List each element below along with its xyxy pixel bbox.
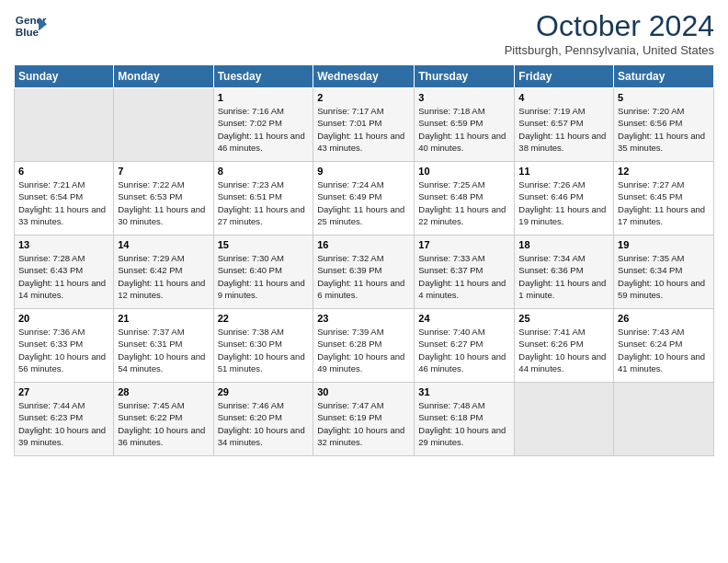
day-info: Daylight: 11 hours and 14 minutes. [18, 277, 109, 302]
calendar-cell: 8Sunrise: 7:23 AMSunset: 6:51 PMDaylight… [213, 162, 313, 236]
calendar-cell: 14Sunrise: 7:29 AMSunset: 6:42 PMDayligh… [114, 236, 213, 309]
day-number: 29 [218, 386, 310, 397]
day-info: Daylight: 11 hours and 30 minutes. [118, 203, 209, 228]
day-info: Daylight: 11 hours and 1 minute. [518, 277, 609, 302]
day-info: Sunrise: 7:22 AM [118, 178, 209, 190]
day-info: Daylight: 11 hours and 33 minutes. [18, 203, 109, 228]
day-info: Sunset: 6:51 PM [218, 190, 310, 202]
logo-icon: General Blue [14, 9, 47, 42]
day-info: Sunrise: 7:46 AM [218, 399, 310, 411]
day-info: Sunset: 6:27 PM [418, 338, 510, 350]
day-info: Sunset: 6:56 PM [618, 117, 710, 129]
calendar-cell: 16Sunrise: 7:32 AMSunset: 6:39 PMDayligh… [313, 236, 415, 309]
day-info: Daylight: 11 hours and 19 minutes. [518, 203, 609, 228]
day-info: Daylight: 10 hours and 29 minutes. [418, 424, 510, 449]
calendar-cell [515, 383, 614, 456]
calendar-week-4: 20Sunrise: 7:36 AMSunset: 6:33 PMDayligh… [15, 309, 714, 383]
day-info: Sunrise: 7:26 AM [518, 178, 609, 190]
title-area: October 2024 Pittsburgh, Pennsylvania, U… [505, 9, 714, 57]
day-number: 1 [218, 92, 310, 103]
day-info: Sunrise: 7:25 AM [418, 178, 510, 190]
calendar-cell: 7Sunrise: 7:22 AMSunset: 6:53 PMDaylight… [114, 162, 213, 236]
calendar-cell: 25Sunrise: 7:41 AMSunset: 6:26 PMDayligh… [515, 309, 614, 383]
day-info: Sunrise: 7:47 AM [317, 399, 410, 411]
day-number: 9 [317, 166, 410, 177]
day-info: Sunset: 6:37 PM [418, 264, 510, 276]
month-title: October 2024 [505, 9, 714, 43]
logo: General Blue [14, 9, 47, 42]
day-info: Sunrise: 7:33 AM [418, 252, 510, 264]
day-info: Daylight: 10 hours and 49 minutes. [317, 350, 410, 375]
day-info: Sunset: 6:57 PM [518, 117, 609, 129]
day-info: Sunset: 6:20 PM [218, 411, 310, 423]
day-info: Sunrise: 7:19 AM [518, 105, 609, 117]
calendar-cell: 30Sunrise: 7:47 AMSunset: 6:19 PMDayligh… [313, 383, 415, 456]
day-info: Daylight: 10 hours and 56 minutes. [18, 350, 109, 375]
day-info: Sunset: 6:19 PM [317, 411, 410, 423]
day-number: 14 [118, 239, 209, 250]
day-info: Sunset: 6:36 PM [518, 264, 609, 276]
day-info: Daylight: 10 hours and 51 minutes. [218, 350, 310, 375]
day-info: Sunset: 6:53 PM [118, 190, 209, 202]
day-info: Sunset: 6:49 PM [317, 190, 410, 202]
calendar-cell: 17Sunrise: 7:33 AMSunset: 6:37 PMDayligh… [415, 236, 515, 309]
day-number: 23 [317, 313, 410, 324]
day-info: Daylight: 10 hours and 44 minutes. [518, 350, 609, 375]
day-info: Daylight: 10 hours and 36 minutes. [118, 424, 209, 449]
day-info: Daylight: 11 hours and 22 minutes. [418, 203, 510, 228]
day-info: Daylight: 11 hours and 6 minutes. [317, 277, 410, 302]
weekday-header-friday: Friday [515, 65, 614, 88]
day-info: Sunset: 6:24 PM [618, 338, 710, 350]
calendar-cell: 23Sunrise: 7:39 AMSunset: 6:28 PMDayligh… [313, 309, 415, 383]
calendar-cell: 29Sunrise: 7:46 AMSunset: 6:20 PMDayligh… [213, 383, 313, 456]
header: General Blue October 2024 Pittsburgh, Pe… [14, 9, 714, 57]
calendar-week-3: 13Sunrise: 7:28 AMSunset: 6:43 PMDayligh… [15, 236, 714, 309]
day-info: Sunrise: 7:21 AM [18, 178, 109, 190]
day-number: 20 [18, 313, 109, 324]
day-number: 25 [518, 313, 609, 324]
weekday-header-thursday: Thursday [415, 65, 515, 88]
day-number: 12 [618, 166, 710, 177]
day-info: Sunset: 6:34 PM [618, 264, 710, 276]
day-number: 7 [118, 166, 209, 177]
day-number: 22 [218, 313, 310, 324]
day-info: Sunset: 6:48 PM [418, 190, 510, 202]
day-info: Sunrise: 7:43 AM [618, 326, 710, 338]
calendar-week-2: 6Sunrise: 7:21 AMSunset: 6:54 PMDaylight… [15, 162, 714, 236]
day-info: Sunset: 6:23 PM [18, 411, 109, 423]
day-info: Sunrise: 7:29 AM [118, 252, 209, 264]
day-number: 17 [418, 239, 510, 250]
calendar-cell [614, 383, 714, 456]
day-info: Sunset: 6:33 PM [18, 338, 109, 350]
day-number: 6 [18, 166, 109, 177]
day-number: 8 [218, 166, 310, 177]
day-info: Daylight: 11 hours and 38 minutes. [518, 130, 609, 155]
day-info: Sunrise: 7:40 AM [418, 326, 510, 338]
day-number: 28 [118, 386, 209, 397]
day-info: Sunrise: 7:35 AM [618, 252, 710, 264]
day-info: Sunrise: 7:34 AM [518, 252, 609, 264]
calendar-cell: 2Sunrise: 7:17 AMSunset: 7:01 PMDaylight… [313, 88, 415, 162]
day-info: Sunset: 6:45 PM [618, 190, 710, 202]
day-info: Sunrise: 7:36 AM [18, 326, 109, 338]
calendar-cell [15, 88, 114, 162]
day-info: Daylight: 11 hours and 46 minutes. [218, 130, 310, 155]
day-info: Daylight: 10 hours and 41 minutes. [618, 350, 710, 375]
location-subtitle: Pittsburgh, Pennsylvania, United States [505, 43, 714, 57]
day-info: Sunrise: 7:44 AM [18, 399, 109, 411]
calendar-cell: 21Sunrise: 7:37 AMSunset: 6:31 PMDayligh… [114, 309, 213, 383]
day-info: Sunrise: 7:38 AM [218, 326, 310, 338]
day-info: Sunrise: 7:18 AM [418, 105, 510, 117]
day-info: Daylight: 11 hours and 4 minutes. [418, 277, 510, 302]
calendar-week-5: 27Sunrise: 7:44 AMSunset: 6:23 PMDayligh… [15, 383, 714, 456]
day-info: Sunset: 6:18 PM [418, 411, 510, 423]
calendar-cell: 22Sunrise: 7:38 AMSunset: 6:30 PMDayligh… [213, 309, 313, 383]
day-info: Daylight: 11 hours and 12 minutes. [118, 277, 209, 302]
day-number: 27 [18, 386, 109, 397]
calendar-cell: 20Sunrise: 7:36 AMSunset: 6:33 PMDayligh… [15, 309, 114, 383]
day-info: Sunrise: 7:45 AM [118, 399, 209, 411]
day-info: Daylight: 10 hours and 34 minutes. [218, 424, 310, 449]
day-number: 4 [518, 92, 609, 103]
calendar-cell: 5Sunrise: 7:20 AMSunset: 6:56 PMDaylight… [614, 88, 714, 162]
day-info: Sunset: 6:30 PM [218, 338, 310, 350]
